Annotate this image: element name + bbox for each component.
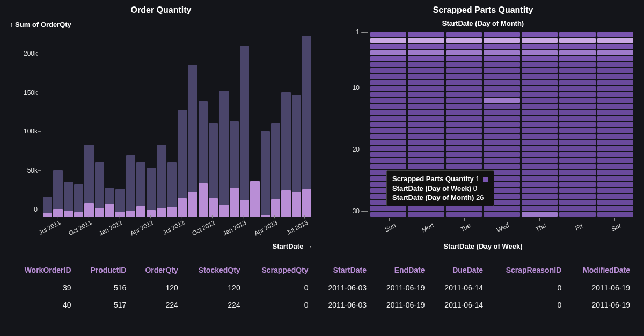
heatmap-cell[interactable] [597,104,633,109]
heatmap-cell[interactable] [597,194,633,199]
heatmap-cell[interactable] [408,74,444,79]
heatmap-cell[interactable] [370,146,406,151]
heatmap-cell[interactable] [370,140,406,145]
heatmap-cell[interactable] [484,74,519,79]
heatmap-cell[interactable] [522,158,558,163]
heatmap-cell[interactable] [597,92,633,97]
heatmap-cell[interactable] [522,74,558,79]
heatmap-cell[interactable] [446,212,482,217]
heatmap-cell[interactable] [522,92,558,97]
heatmap-cell[interactable] [370,68,406,73]
heatmap-cell[interactable] [408,92,444,97]
column-header[interactable]: ScrappedQty [246,263,314,279]
heatmap-cell[interactable] [408,122,444,127]
heatmap-cell[interactable] [559,62,595,67]
heatmap-cell[interactable] [597,38,633,43]
heatmap-cell[interactable] [559,50,595,55]
heatmap-cell[interactable] [484,68,519,73]
heatmap-cell[interactable] [446,32,482,37]
bar[interactable] [199,38,208,217]
heatmap-cell[interactable] [597,116,633,121]
heatmap-cell[interactable] [522,128,558,133]
heatmap-cell[interactable] [597,128,633,133]
heatmap-cell[interactable] [597,206,633,211]
heatmap-cell[interactable] [597,182,633,187]
bar[interactable] [157,38,166,217]
heatmap-cell[interactable] [446,104,482,109]
heatmap-cell[interactable] [408,128,444,133]
heatmap-cell[interactable] [446,146,482,151]
bar[interactable] [188,38,197,217]
heatmap-cell[interactable] [597,170,633,175]
heatmap-cell[interactable] [446,68,482,73]
heatmap-cell[interactable] [408,104,444,109]
heatmap-cell[interactable] [370,110,406,115]
heatmap-cell[interactable] [559,140,595,145]
heatmap-cell[interactable] [559,128,595,133]
heatmap-cell[interactable] [484,44,519,49]
heatmap-cell[interactable] [559,74,595,79]
bar[interactable] [95,38,104,217]
bar[interactable] [136,38,145,217]
heatmap-cell[interactable] [559,56,595,61]
heatmap-cell[interactable] [559,158,595,163]
heatmap-cell[interactable] [370,62,406,67]
heatmap-cell[interactable] [370,56,406,61]
heatmap-cell[interactable] [370,98,406,103]
heatmap-cell[interactable] [597,98,633,103]
bar[interactable] [126,38,135,217]
heatmap-cell[interactable] [408,212,444,217]
heatmap-cell[interactable] [484,212,519,217]
bar[interactable] [261,38,270,217]
heatmap-cell[interactable] [370,86,406,91]
heatmap-cell[interactable] [446,50,482,55]
bar[interactable] [302,38,311,217]
column-header[interactable]: ScrapReasonID [488,263,567,279]
heatmap-cell[interactable] [370,116,406,121]
bar[interactable] [105,38,114,217]
heatmap-cell[interactable] [408,110,444,115]
heatmap-cell[interactable] [597,164,633,169]
heatmap-cell[interactable] [484,158,519,163]
column-header[interactable]: ModifiedDate [567,263,635,279]
heatmap-cell[interactable] [522,56,558,61]
heatmap-cell[interactable] [370,50,406,55]
heatmap-cell[interactable] [446,86,482,91]
heatmap-cell[interactable] [484,146,519,151]
heatmap-cell[interactable] [522,44,558,49]
heatmap-cell[interactable] [597,86,633,91]
heatmap-cell[interactable] [597,152,633,157]
bar[interactable] [178,38,187,217]
heatmap-cell[interactable] [559,194,595,199]
heatmap-cell[interactable] [370,152,406,157]
heatmap-cell[interactable] [408,56,444,61]
heatmap-cell[interactable] [484,206,519,211]
heatmap-cell[interactable] [484,32,519,37]
column-header[interactable]: StockedQty [184,263,246,279]
bar[interactable] [115,38,125,217]
heatmap-cell[interactable] [522,86,558,91]
heatmap-cell[interactable] [484,62,519,67]
bar[interactable] [64,38,73,217]
heatmap-cell[interactable] [522,68,558,73]
heatmap-cell[interactable] [522,170,558,175]
column-header[interactable]: StartDate [314,263,372,279]
heatmap-cell[interactable] [446,206,482,211]
heatmap-cell[interactable] [597,80,633,85]
heatmap-cell[interactable] [522,98,558,103]
heatmap-cell[interactable] [408,38,444,43]
heatmap-cell[interactable] [597,158,633,163]
heatmap-cell[interactable] [559,200,595,205]
heatmap-cell[interactable] [522,188,558,193]
heatmap-cell[interactable] [408,146,444,151]
heatmap-cell[interactable] [559,44,595,49]
heatmap-cell[interactable] [484,134,519,139]
heatmap-cell[interactable] [559,176,595,181]
heatmap-cell[interactable] [446,56,482,61]
heatmap-cell[interactable] [408,140,444,145]
heatmap-cell[interactable] [522,212,558,217]
heatmap-cell[interactable] [597,44,633,49]
heatmap-cell[interactable] [408,206,444,211]
heatmap-cell[interactable] [559,164,595,169]
heatmap-cell[interactable] [408,152,444,157]
